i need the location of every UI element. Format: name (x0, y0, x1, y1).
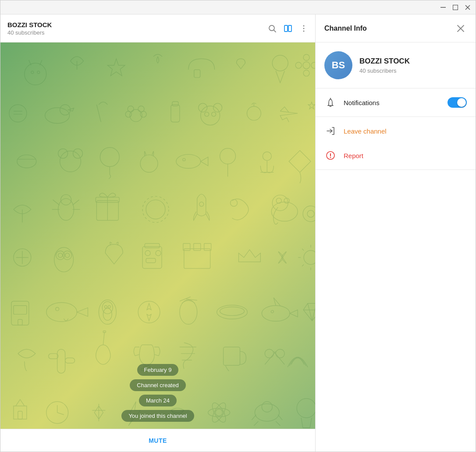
svg-line-117 (312, 304, 315, 321)
svg-line-93 (302, 249, 304, 251)
svg-line-131 (274, 351, 284, 364)
svg-rect-33 (172, 102, 178, 106)
minimize-button[interactable] (439, 3, 448, 12)
actions-section: Leave channel Report (316, 117, 476, 170)
svg-point-45 (100, 148, 119, 167)
svg-line-95 (302, 265, 304, 266)
system-message-date1: February 9 (137, 364, 179, 376)
svg-point-105 (104, 306, 107, 308)
chat-title: BOZZI STOCK (7, 21, 268, 28)
svg-point-104 (103, 308, 112, 321)
svg-point-51 (263, 152, 271, 161)
svg-line-121 (103, 332, 104, 345)
info-profile: BS BOZZI STOCK 40 subscribers (316, 42, 476, 88)
chat-subtitle: 40 subscribers (7, 29, 268, 36)
svg-point-82 (156, 251, 161, 256)
svg-point-49 (220, 148, 236, 164)
channel-profile-info: BOZZI STOCK 40 subscribers (359, 57, 410, 74)
svg-line-56 (53, 200, 60, 205)
svg-rect-17 (194, 70, 200, 78)
maximize-button[interactable] (451, 3, 460, 12)
svg-rect-120 (65, 358, 75, 363)
svg-point-42 (60, 151, 81, 172)
svg-rect-99 (18, 319, 22, 325)
chat-background: February 9 Channel created March 24 You … (0, 42, 315, 429)
svg-point-43 (58, 149, 68, 159)
channel-name: BOZZI STOCK (359, 57, 410, 66)
svg-point-44 (73, 149, 83, 159)
info-close-button[interactable] (455, 22, 467, 35)
svg-point-113 (262, 306, 290, 321)
svg-point-78 (65, 253, 70, 258)
svg-point-54 (58, 198, 74, 220)
svg-rect-84 (184, 249, 210, 268)
svg-point-8 (303, 25, 305, 26)
notifications-row[interactable]: Notifications (316, 90, 476, 115)
info-panel-title: Channel Info (324, 25, 455, 32)
svg-point-106 (108, 306, 110, 308)
svg-rect-97 (11, 301, 29, 325)
report-label: Report (344, 152, 467, 159)
svg-point-27 (130, 109, 142, 122)
report-row[interactable]: Report (316, 143, 476, 168)
svg-point-74 (54, 247, 74, 272)
svg-point-76 (63, 251, 72, 260)
leave-label: Leave channel (344, 127, 467, 135)
svg-rect-98 (14, 306, 27, 314)
svg-point-39 (247, 106, 261, 120)
svg-rect-7 (288, 25, 291, 32)
system-message-date2: March 24 (139, 395, 177, 406)
svg-rect-122 (103, 331, 106, 332)
svg-point-107 (138, 301, 160, 323)
app-window: BOZZI STOCK 40 subscribers (0, 0, 476, 452)
chat-messages: February 9 Channel created March 24 You … (0, 364, 315, 429)
svg-point-63 (146, 200, 165, 219)
search-icon[interactable] (268, 24, 277, 33)
svg-point-18 (272, 55, 288, 71)
info-panel: Channel Info BS BOZZI STOCK 40 subscribe… (316, 14, 476, 452)
notifications-section: Notifications (316, 88, 476, 117)
mute-button[interactable]: MUTE (149, 437, 167, 444)
svg-point-67 (271, 202, 298, 221)
svg-point-15 (37, 71, 40, 74)
svg-point-23 (311, 62, 315, 68)
chat-header-info: BOZZI STOCK 40 subscribers (7, 21, 268, 36)
svg-point-151 (330, 157, 331, 158)
leave-channel-row[interactable]: Leave channel (316, 119, 476, 143)
svg-point-72 (307, 210, 314, 217)
svg-line-132 (265, 351, 276, 364)
svg-point-4 (269, 25, 274, 31)
svg-point-108 (180, 300, 197, 325)
svg-point-47 (176, 155, 201, 169)
svg-rect-86 (194, 244, 201, 251)
system-message-joined: You joined this channel (121, 410, 194, 422)
svg-line-58 (73, 200, 79, 205)
svg-point-37 (205, 112, 209, 117)
svg-point-20 (303, 54, 309, 60)
more-options-icon[interactable] (299, 24, 308, 33)
chat-header: BOZZI STOCK 40 subscribers (0, 14, 315, 42)
leave-icon (324, 125, 337, 137)
chat-header-actions (268, 24, 308, 33)
svg-point-64 (142, 196, 169, 222)
svg-rect-32 (171, 105, 180, 122)
svg-point-48 (183, 158, 185, 161)
svg-point-75 (56, 251, 65, 260)
svg-point-81 (145, 251, 150, 256)
svg-point-34 (201, 106, 220, 125)
close-button[interactable] (463, 3, 472, 12)
svg-point-112 (220, 307, 245, 316)
svg-point-22 (295, 62, 302, 68)
svg-point-14 (31, 71, 34, 74)
svg-point-114 (271, 311, 274, 313)
svg-rect-80 (145, 244, 160, 248)
notifications-toggle[interactable] (448, 97, 467, 108)
app-body: BOZZI STOCK 40 subscribers (0, 14, 476, 452)
notifications-label: Notifications (344, 99, 440, 106)
svg-point-10 (303, 30, 305, 32)
svg-point-21 (303, 70, 309, 76)
svg-rect-83 (146, 258, 156, 263)
column-view-icon[interactable] (284, 24, 292, 33)
svg-point-88 (304, 251, 315, 265)
bell-icon (324, 96, 337, 109)
